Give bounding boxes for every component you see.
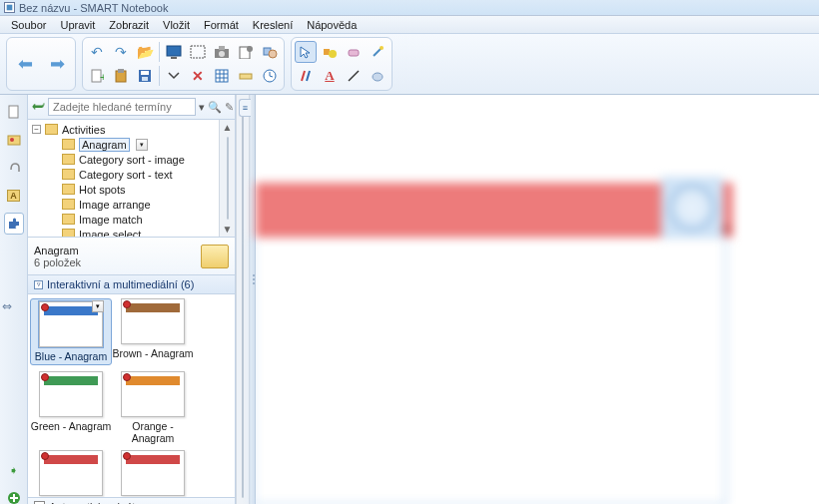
fill-icon — [371, 69, 385, 83]
dropdown-button[interactable] — [163, 65, 185, 87]
tree-item[interactable]: Category sort - text — [32, 167, 235, 182]
tab-move-right[interactable]: ➧ — [4, 459, 24, 481]
delete-button[interactable]: ✕ — [187, 65, 209, 87]
canvas-area[interactable] — [256, 95, 819, 504]
collapse-panel-button[interactable]: ≡ — [239, 99, 251, 117]
doc-camera-button[interactable] — [235, 41, 257, 63]
tree-item-dropdown[interactable]: ▾ — [136, 139, 148, 151]
scroll-up-icon[interactable]: ▲ — [223, 122, 233, 133]
gallery-thumb[interactable]: Green - Anagram — [30, 371, 112, 444]
tree-item-label: Category sort - image — [79, 154, 185, 166]
table-button[interactable] — [211, 65, 233, 87]
tab-addons[interactable] — [4, 213, 24, 235]
gallery-thumb[interactable]: Brown - Anagram — [112, 298, 194, 365]
slide-rotate-handle[interactable] — [669, 185, 715, 231]
menu-edit[interactable]: Upravit — [53, 19, 102, 31]
line-button[interactable] — [343, 65, 365, 87]
tree-item[interactable]: Category sort - image — [32, 152, 235, 167]
thumb-preview — [39, 450, 103, 496]
gallery-section-header[interactable]: ▿ Interaktivní a multimediální (6) — [28, 275, 235, 294]
tree-item-label: Anagram — [79, 138, 130, 152]
open-button[interactable]: 📂 — [134, 41, 156, 63]
thumb-label: Orange - Anagram — [112, 420, 194, 444]
cursor-select-icon — [299, 45, 313, 59]
scroll-thumb[interactable] — [227, 137, 229, 220]
gallery-back-button[interactable]: ⮨ — [32, 100, 45, 115]
tab-properties[interactable]: A — [4, 185, 24, 207]
redo-button[interactable]: ↷ — [110, 41, 132, 63]
fill-button[interactable] — [367, 65, 389, 87]
menu-view[interactable]: Zobrazit — [102, 19, 156, 31]
paste-button[interactable] — [110, 65, 132, 87]
menu-insert[interactable]: Vložit — [156, 19, 197, 31]
magic-pen-icon — [371, 45, 385, 59]
gallery-thumb[interactable] — [112, 450, 194, 497]
thumb-dropdown[interactable]: ▾ — [92, 300, 104, 312]
screen-button[interactable] — [163, 41, 185, 63]
menu-draw[interactable]: Kreslení — [246, 19, 300, 31]
save-button[interactable] — [134, 65, 156, 87]
tree-item[interactable]: Hot spots — [32, 182, 235, 197]
gallery-thumb[interactable]: Orange - Anagram — [112, 371, 194, 444]
pens-button[interactable] — [295, 65, 317, 87]
nav-back-button[interactable]: ⬅ — [10, 49, 40, 79]
magic-pen-button[interactable] — [367, 41, 389, 63]
svg-point-8 — [247, 46, 253, 52]
eraser-button[interactable] — [343, 41, 365, 63]
svg-rect-34 — [8, 136, 20, 145]
tree-item[interactable]: Image select — [32, 227, 235, 238]
camera-button[interactable] — [211, 41, 233, 63]
text-button[interactable]: A — [319, 65, 341, 87]
folder-icon — [62, 214, 75, 225]
tab-add[interactable] — [4, 487, 24, 504]
shape-insert-button[interactable] — [259, 41, 281, 63]
clock-icon — [263, 69, 277, 83]
tab-attachments[interactable] — [4, 157, 24, 179]
search-dropdown-icon[interactable]: ▾ — [199, 101, 205, 114]
undo-button[interactable]: ↶ — [86, 41, 108, 63]
capture-button[interactable] — [187, 41, 209, 63]
gallery-search-input[interactable] — [48, 98, 196, 116]
gallery-thumbnails: ▾Blue - AnagramBrown - AnagramGreen - An… — [28, 294, 235, 497]
gallery-icon — [7, 133, 21, 147]
paste-icon — [114, 69, 128, 83]
toolbar-tools-group: A — [291, 37, 393, 91]
section-collapse-icon[interactable]: ▿ — [34, 280, 43, 289]
svg-rect-3 — [191, 46, 205, 58]
shapes-button[interactable] — [319, 41, 341, 63]
gallery-tree: − Activities Anagram ▾ Category sort - i… — [28, 120, 235, 238]
panel-scrollbar[interactable]: ▲ ▼ — [236, 95, 250, 504]
tree-root[interactable]: − Activities — [32, 122, 235, 137]
tab-gallery[interactable] — [4, 129, 24, 151]
tree-scrollbar[interactable]: ▲ ▼ — [219, 120, 235, 237]
scroll-down-icon[interactable]: ▼ — [223, 224, 233, 235]
gallery-thumb[interactable]: ▾Blue - Anagram — [30, 298, 112, 365]
menu-file[interactable]: Soubor — [4, 19, 53, 31]
page-sorter-icon — [7, 105, 21, 119]
cursor-select-button[interactable] — [295, 41, 317, 63]
tree-toggle-icon[interactable]: − — [32, 125, 41, 134]
resize-handle-icon[interactable]: ⇔ — [2, 299, 12, 313]
svg-point-10 — [269, 50, 277, 58]
ruler-button[interactable] — [235, 65, 257, 87]
clock-button[interactable] — [259, 65, 281, 87]
nav-forward-button[interactable]: ➡ — [42, 49, 72, 79]
tab-page-sorter[interactable] — [4, 101, 24, 123]
svg-rect-2 — [171, 57, 177, 59]
tree-item-label: Image match — [79, 214, 143, 226]
thumb-preview — [39, 371, 103, 417]
menu-help[interactable]: Nápověda — [300, 19, 364, 31]
tree-item-anagram[interactable]: Anagram ▾ — [32, 137, 235, 152]
gallery-thumb[interactable] — [30, 450, 112, 497]
menu-format[interactable]: Formát — [197, 19, 246, 31]
thumb-label: Blue - Anagram — [35, 350, 107, 362]
tree-item[interactable]: Image arrange — [32, 197, 235, 212]
gallery-folder-title: Anagram — [34, 245, 195, 256]
thumb-label: Green - Anagram — [31, 420, 112, 432]
search-clear-button[interactable]: ✎ — [225, 101, 234, 114]
new-page-button[interactable]: + — [86, 65, 108, 87]
properties-icon: A — [7, 190, 20, 202]
scroll-thumb[interactable] — [242, 112, 244, 498]
tree-item[interactable]: Image match — [32, 212, 235, 227]
search-go-button[interactable]: 🔍 — [208, 101, 222, 114]
